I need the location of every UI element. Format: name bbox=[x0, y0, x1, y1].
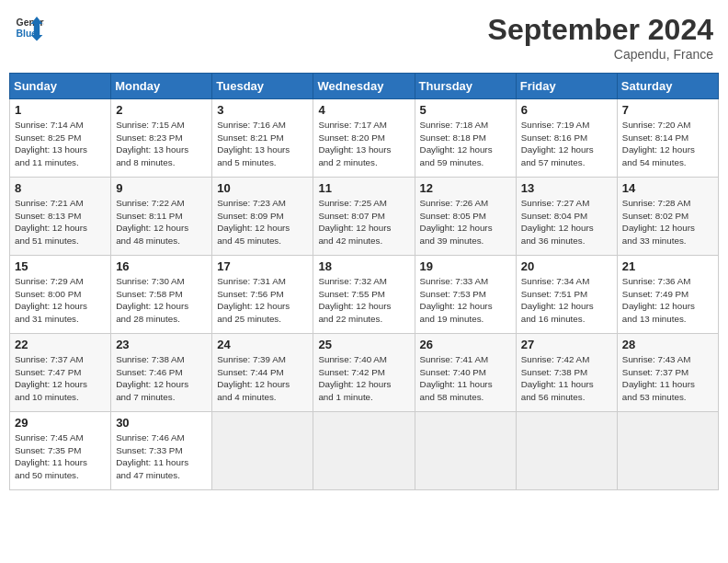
col-saturday: Saturday bbox=[617, 74, 718, 99]
calendar-week-3: 15Sunrise: 7:29 AM Sunset: 8:00 PM Dayli… bbox=[10, 256, 719, 334]
calendar-week-1: 1Sunrise: 7:14 AM Sunset: 8:25 PM Daylig… bbox=[10, 99, 719, 178]
month-title: September 2024 bbox=[488, 13, 713, 47]
table-row: 20Sunrise: 7:34 AM Sunset: 7:51 PM Dayli… bbox=[516, 256, 617, 334]
table-row: 26Sunrise: 7:41 AM Sunset: 7:40 PM Dayli… bbox=[415, 334, 516, 412]
calendar-week-2: 8Sunrise: 7:21 AM Sunset: 8:13 PM Daylig… bbox=[10, 178, 719, 256]
table-row: 3Sunrise: 7:16 AM Sunset: 8:21 PM Daylig… bbox=[212, 99, 313, 178]
table-row: 27Sunrise: 7:42 AM Sunset: 7:38 PM Dayli… bbox=[516, 334, 617, 412]
col-monday: Monday bbox=[111, 74, 212, 99]
table-row: 24Sunrise: 7:39 AM Sunset: 7:44 PM Dayli… bbox=[212, 334, 313, 412]
logo-icon: General Blue bbox=[15, 13, 44, 42]
table-row: 1Sunrise: 7:14 AM Sunset: 8:25 PM Daylig… bbox=[10, 99, 111, 178]
table-row: 15Sunrise: 7:29 AM Sunset: 8:00 PM Dayli… bbox=[10, 256, 111, 334]
calendar-week-4: 22Sunrise: 7:37 AM Sunset: 7:47 PM Dayli… bbox=[10, 334, 719, 412]
location: Capendu, France bbox=[488, 47, 713, 62]
table-row bbox=[313, 412, 415, 490]
calendar-table: Sunday Monday Tuesday Wednesday Thursday… bbox=[9, 73, 719, 490]
table-row: 21Sunrise: 7:36 AM Sunset: 7:49 PM Dayli… bbox=[617, 256, 718, 334]
table-row: 23Sunrise: 7:38 AM Sunset: 7:46 PM Dayli… bbox=[111, 334, 212, 412]
col-wednesday: Wednesday bbox=[313, 74, 415, 99]
table-row: 5Sunrise: 7:18 AM Sunset: 8:18 PM Daylig… bbox=[415, 99, 516, 178]
table-row bbox=[617, 412, 718, 490]
table-row: 7Sunrise: 7:20 AM Sunset: 8:14 PM Daylig… bbox=[617, 99, 718, 178]
col-thursday: Thursday bbox=[415, 74, 516, 99]
table-row: 22Sunrise: 7:37 AM Sunset: 7:47 PM Dayli… bbox=[10, 334, 111, 412]
table-row bbox=[415, 412, 516, 490]
table-row: 16Sunrise: 7:30 AM Sunset: 7:58 PM Dayli… bbox=[111, 256, 212, 334]
title-block: September 2024 Capendu, France bbox=[488, 13, 713, 62]
table-row: 19Sunrise: 7:33 AM Sunset: 7:53 PM Dayli… bbox=[415, 256, 516, 334]
page-header: General Blue September 2024 Capendu, Fra… bbox=[9, 9, 719, 65]
col-tuesday: Tuesday bbox=[212, 74, 313, 99]
table-row: 6Sunrise: 7:19 AM Sunset: 8:16 PM Daylig… bbox=[516, 99, 617, 178]
table-row: 2Sunrise: 7:15 AM Sunset: 8:23 PM Daylig… bbox=[111, 99, 212, 178]
table-row: 11Sunrise: 7:25 AM Sunset: 8:07 PM Dayli… bbox=[313, 178, 415, 256]
table-row: 9Sunrise: 7:22 AM Sunset: 8:11 PM Daylig… bbox=[111, 178, 212, 256]
table-row: 17Sunrise: 7:31 AM Sunset: 7:56 PM Dayli… bbox=[212, 256, 313, 334]
table-row: 12Sunrise: 7:26 AM Sunset: 8:05 PM Dayli… bbox=[415, 178, 516, 256]
calendar-header-row: Sunday Monday Tuesday Wednesday Thursday… bbox=[10, 74, 719, 99]
col-sunday: Sunday bbox=[10, 74, 111, 99]
table-row: 28Sunrise: 7:43 AM Sunset: 7:37 PM Dayli… bbox=[617, 334, 718, 412]
table-row: 29Sunrise: 7:45 AM Sunset: 7:35 PM Dayli… bbox=[10, 412, 111, 490]
table-row bbox=[516, 412, 617, 490]
table-row: 8Sunrise: 7:21 AM Sunset: 8:13 PM Daylig… bbox=[10, 178, 111, 256]
table-row: 18Sunrise: 7:32 AM Sunset: 7:55 PM Dayli… bbox=[313, 256, 415, 334]
table-row: 10Sunrise: 7:23 AM Sunset: 8:09 PM Dayli… bbox=[212, 178, 313, 256]
table-row bbox=[212, 412, 313, 490]
logo: General Blue bbox=[15, 13, 44, 42]
table-row: 14Sunrise: 7:28 AM Sunset: 8:02 PM Dayli… bbox=[617, 178, 718, 256]
table-row: 25Sunrise: 7:40 AM Sunset: 7:42 PM Dayli… bbox=[313, 334, 415, 412]
calendar-week-5: 29Sunrise: 7:45 AM Sunset: 7:35 PM Dayli… bbox=[10, 412, 719, 490]
table-row: 30Sunrise: 7:46 AM Sunset: 7:33 PM Dayli… bbox=[111, 412, 212, 490]
table-row: 13Sunrise: 7:27 AM Sunset: 8:04 PM Dayli… bbox=[516, 178, 617, 256]
col-friday: Friday bbox=[516, 74, 617, 99]
table-row: 4Sunrise: 7:17 AM Sunset: 8:20 PM Daylig… bbox=[313, 99, 415, 178]
